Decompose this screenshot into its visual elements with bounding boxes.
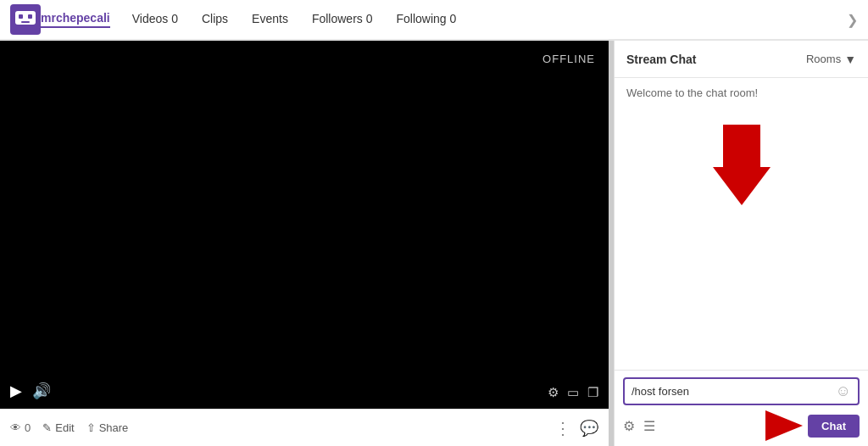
tab-events[interactable]: Events <box>240 0 300 40</box>
rooms-label: Rooms <box>806 53 841 65</box>
edit-button[interactable]: ✎ Edit <box>42 421 74 434</box>
main-content: OFFLINE ▶ 🔊 ⚙ ▭ ❐ 👁 0 ✎ <box>0 41 868 446</box>
chat-section: Stream Chat Rooms ▼ Welcome to the chat … <box>614 41 868 446</box>
emoji-button[interactable]: ☺ <box>836 382 851 400</box>
arrow-down-annotation <box>626 99 856 222</box>
tab-followers[interactable]: Followers 0 <box>300 0 385 40</box>
right-arrow-annotation <box>765 410 803 441</box>
chat-messages: Welcome to the chat room! <box>615 78 868 370</box>
svg-rect-4 <box>21 21 30 23</box>
video-section: OFFLINE ▶ 🔊 ⚙ ▭ ❐ 👁 0 ✎ <box>0 41 609 446</box>
top-nav: mrchepecali Videos 0 Clips Events Follow… <box>0 0 868 41</box>
chat-send-button[interactable]: Chat <box>808 415 860 438</box>
welcome-message: Welcome to the chat room! <box>626 86 856 99</box>
chat-input[interactable] <box>632 385 836 398</box>
nav-tabs: Videos 0 Clips Events Followers 0 Follow… <box>120 0 469 40</box>
arrow-head <box>713 167 771 205</box>
username-label[interactable]: mrchepecali <box>41 11 110 28</box>
right-arrow-shape <box>765 410 803 441</box>
video-controls-left: ▶ 🔊 <box>10 382 51 400</box>
settings-gear-icon[interactable]: ⚙ <box>623 418 635 434</box>
fullscreen-icon[interactable]: ❐ <box>587 385 598 400</box>
tab-videos[interactable]: Videos 0 <box>120 0 190 40</box>
chat-input-row: ☺ <box>623 377 860 405</box>
arrow-shaft <box>723 125 760 167</box>
share-button[interactable]: ⇧ Share <box>86 421 129 434</box>
offline-label: OFFLINE <box>542 53 595 65</box>
rooms-button[interactable]: Rooms ▼ <box>806 53 856 66</box>
nav-more-arrow[interactable]: ❯ <box>847 12 858 28</box>
volume-icon[interactable]: 🔊 <box>32 382 51 400</box>
theatre-mode-icon[interactable]: ▭ <box>567 385 579 400</box>
tab-following[interactable]: Following 0 <box>384 0 468 40</box>
share-label: Share <box>99 421 129 434</box>
tab-clips[interactable]: Clips <box>190 0 240 40</box>
chat-input-area: ☺ ⚙ ☰ Chat <box>615 370 868 446</box>
settings-icon[interactable]: ⚙ <box>548 385 559 400</box>
chat-toolbar: ⚙ ☰ Chat <box>623 410 860 441</box>
more-options-icon[interactable]: ⋮ <box>554 418 571 438</box>
svg-rect-6 <box>34 25 37 30</box>
play-icon[interactable]: ▶ <box>10 382 22 400</box>
chat-toolbar-left: ⚙ ☰ <box>623 418 655 434</box>
svg-rect-5 <box>14 25 17 30</box>
chat-bubble-icon[interactable]: 💬 <box>580 419 598 438</box>
viewers-count: 👁 0 <box>10 421 31 434</box>
chat-header: Stream Chat Rooms ▼ <box>615 41 868 78</box>
chat-title: Stream Chat <box>626 53 696 66</box>
edit-icon: ✎ <box>42 421 52 434</box>
chat-commands-icon[interactable]: ☰ <box>643 418 655 434</box>
video-controls-right: ⚙ ▭ ❐ <box>548 385 598 400</box>
avatar <box>10 4 41 35</box>
edit-label: Edit <box>55 421 74 434</box>
share-icon: ⇧ <box>86 421 96 434</box>
svg-rect-2 <box>19 14 23 19</box>
video-player: OFFLINE ▶ 🔊 ⚙ ▭ ❐ <box>0 41 609 409</box>
send-area: Chat <box>765 410 860 441</box>
rooms-icon: ▼ <box>844 53 856 66</box>
bottom-bar-info: 👁 0 ✎ Edit ⇧ Share <box>10 421 554 434</box>
video-bottom-bar: 👁 0 ✎ Edit ⇧ Share ⋮ 💬 <box>0 409 609 446</box>
eye-icon: 👁 <box>10 421 21 434</box>
viewer-number: 0 <box>25 421 31 434</box>
down-arrow-shape <box>713 125 771 205</box>
svg-rect-3 <box>28 14 32 19</box>
